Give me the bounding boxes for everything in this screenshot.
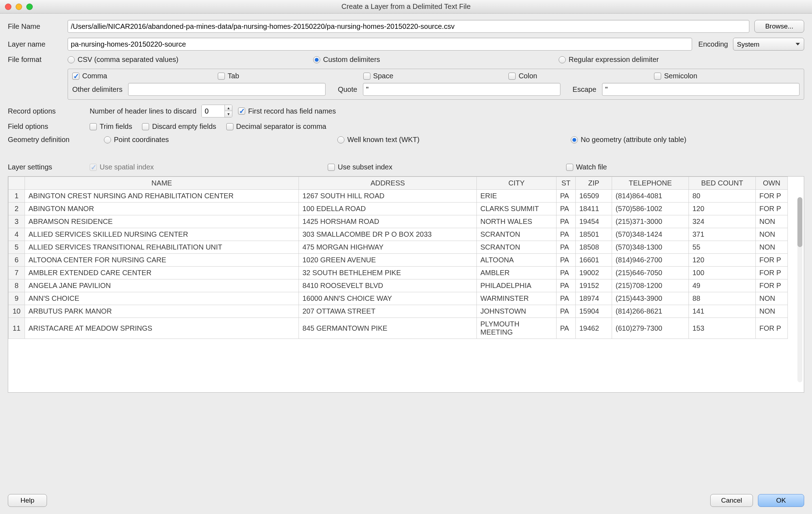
delim-colon-checkbox[interactable]: Colon <box>508 72 644 80</box>
window-title: Create a Layer from a Delimited Text Fil… <box>4 2 808 11</box>
cell-st: PA <box>557 203 576 215</box>
spinner-down-icon[interactable]: ▼ <box>225 111 232 117</box>
row-number: 9 <box>9 292 25 305</box>
cell-st: PA <box>557 267 576 279</box>
ok-button[interactable]: OK <box>758 494 804 507</box>
row-number: 8 <box>9 279 25 292</box>
cell-st: PA <box>557 241 576 254</box>
delim-space-checkbox[interactable]: Space <box>363 72 499 80</box>
escape-input[interactable] <box>602 83 800 96</box>
cell-address: 303 SMALLACOMBE DR P O BOX 2033 <box>299 228 477 241</box>
cell-st: PA <box>557 292 576 305</box>
preview-table[interactable]: NAME ADDRESS CITY ST ZIP TELEPHONE BED C… <box>8 176 804 393</box>
trim-fields-checkbox[interactable]: Trim fields <box>90 122 132 131</box>
format-regex-radio[interactable]: Regular expression delimiter <box>559 56 794 64</box>
geom-point-radio[interactable]: Point coordinates <box>104 136 327 144</box>
discard-empty-checkbox[interactable]: Discard empty fields <box>142 122 216 131</box>
cell-zip: 19152 <box>576 279 612 292</box>
delim-tab-checkbox[interactable]: Tab <box>218 72 353 80</box>
table-row[interactable]: 8ANGELA JANE PAVILION8410 ROOSEVELT BLVD… <box>9 279 788 292</box>
geom-wkt-radio[interactable]: Well known text (WKT) <box>337 136 561 144</box>
close-window-button[interactable] <box>5 4 11 10</box>
delim-other-input[interactable] <box>128 83 326 96</box>
cell-name: ALLIED SERVICES SKILLED NURSING CENTER <box>25 228 299 241</box>
watch-file-checkbox[interactable]: Watch file <box>566 163 794 171</box>
decimal-comma-checkbox[interactable]: Decimal separator is comma <box>226 122 326 131</box>
zoom-window-button[interactable] <box>26 4 33 10</box>
cell-st: PA <box>557 215 576 228</box>
table-row[interactable]: 6ALTOONA CENTER FOR NURSING CARE1020 GRE… <box>9 254 788 267</box>
cell-address: 32 SOUTH BETHLEHEM PIKE <box>299 267 477 279</box>
geometry-definition-label: Geometry definition <box>8 136 104 144</box>
cell-city: ALTOONA <box>477 254 557 267</box>
cell-bedcount: 120 <box>689 254 756 267</box>
use-subset-index-checkbox[interactable]: Use subset index <box>328 163 556 171</box>
cell-bedcount: 100 <box>689 267 756 279</box>
col-header-telephone[interactable]: TELEPHONE <box>612 177 689 190</box>
table-corner <box>9 177 25 190</box>
table-row[interactable]: 9ANN'S CHOICE16000 ANN'S CHOICE WAYWARMI… <box>9 292 788 305</box>
table-row[interactable]: 7AMBLER EXTENDED CARE CENTER32 SOUTH BET… <box>9 267 788 279</box>
header-lines-input[interactable] <box>202 105 225 117</box>
cell-own: FOR P <box>756 190 788 203</box>
vertical-scrollbar[interactable] <box>797 197 802 382</box>
encoding-select[interactable]: System <box>733 38 804 51</box>
help-button[interactable]: Help <box>8 494 47 507</box>
format-custom-radio[interactable]: Custom delimiters <box>313 56 549 64</box>
table-row[interactable]: 5ALLIED SERVICES TRANSITIONAL REHABILITA… <box>9 241 788 254</box>
quote-input[interactable] <box>363 83 560 96</box>
cell-city: SCRANTON <box>477 228 557 241</box>
file-name-input[interactable] <box>68 20 749 33</box>
col-header-address[interactable]: ADDRESS <box>299 177 477 190</box>
cell-own: FOR P <box>756 318 788 339</box>
cell-telephone: (215)646-7050 <box>612 267 689 279</box>
table-row[interactable]: 11ARISTACARE AT MEADOW SPRINGS845 GERMAN… <box>9 318 788 339</box>
first-record-checkbox[interactable]: First record has field names <box>238 107 336 115</box>
cell-own: FOR P <box>756 267 788 279</box>
table-row[interactable]: 10ARBUTUS PARK MANOR207 OTTAWA STREETJOH… <box>9 305 788 318</box>
cell-name: ABINGTON MANOR <box>25 203 299 215</box>
row-number: 6 <box>9 254 25 267</box>
delim-comma-checkbox[interactable]: Comma <box>72 72 208 80</box>
cell-zip: 18974 <box>576 292 612 305</box>
cell-address: 16000 ANN'S CHOICE WAY <box>299 292 477 305</box>
cell-bedcount: 49 <box>689 279 756 292</box>
row-number: 4 <box>9 228 25 241</box>
col-header-st[interactable]: ST <box>557 177 576 190</box>
cell-own: NON <box>756 292 788 305</box>
cell-city: PLYMOUTH MEETING <box>477 318 557 339</box>
cancel-button[interactable]: Cancel <box>710 494 753 507</box>
quote-label: Quote <box>338 85 357 94</box>
col-header-bedcount[interactable]: BED COUNT <box>689 177 756 190</box>
delim-semicolon-checkbox[interactable]: Semicolon <box>654 72 790 80</box>
col-header-city[interactable]: CITY <box>477 177 557 190</box>
spinner-up-icon[interactable]: ▲ <box>225 105 232 111</box>
cell-address: 845 GERMANTOWN PIKE <box>299 318 477 339</box>
table-row[interactable]: 2ABINGTON MANOR100 EDELLA ROADCLARKS SUM… <box>9 203 788 215</box>
geom-none-radio[interactable]: No geometry (attribute only table) <box>571 136 794 144</box>
cell-name: ABRAMSON RESIDENCE <box>25 215 299 228</box>
col-header-own[interactable]: OWN <box>756 177 788 190</box>
cell-bedcount: 80 <box>689 190 756 203</box>
cell-address: 207 OTTAWA STREET <box>299 305 477 318</box>
table-row[interactable]: 3ABRAMSON RESIDENCE1425 HORSHAM ROADNORT… <box>9 215 788 228</box>
encoding-label: Encoding <box>698 40 728 48</box>
browse-button[interactable]: Browse... <box>754 20 804 33</box>
cell-zip: 15904 <box>576 305 612 318</box>
cell-bedcount: 153 <box>689 318 756 339</box>
layer-name-input[interactable] <box>68 38 692 51</box>
table-row[interactable]: 1ABINGTON CREST NURSING AND REHABILITATI… <box>9 190 788 203</box>
escape-label: Escape <box>573 85 596 94</box>
cell-zip: 19002 <box>576 267 612 279</box>
scrollbar-thumb[interactable] <box>797 197 802 247</box>
format-csv-radio[interactable]: CSV (comma separated values) <box>68 56 303 64</box>
header-lines-spinner[interactable]: ▲ ▼ <box>201 105 232 117</box>
minimize-window-button[interactable] <box>16 4 22 10</box>
table-row[interactable]: 4ALLIED SERVICES SKILLED NURSING CENTER3… <box>9 228 788 241</box>
cell-own: NON <box>756 228 788 241</box>
cell-city: NORTH WALES <box>477 215 557 228</box>
cell-city: WARMINSTER <box>477 292 557 305</box>
col-header-name[interactable]: NAME <box>25 177 299 190</box>
cell-own: NON <box>756 305 788 318</box>
col-header-zip[interactable]: ZIP <box>576 177 612 190</box>
